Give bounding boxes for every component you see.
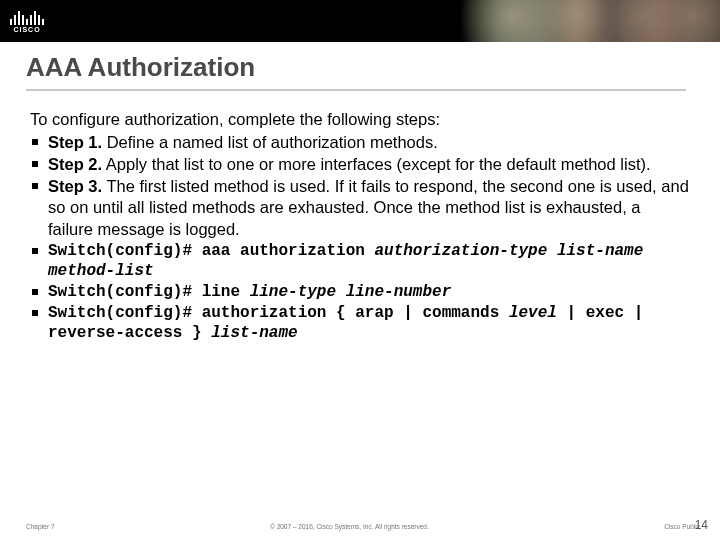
list-item: Step 3. The first listed method is used.… [30, 176, 690, 239]
page-number: 14 [695, 518, 708, 532]
footer-copyright: © 2007 – 2016, Cisco Systems, Inc. All r… [55, 523, 645, 530]
slide-content: To configure authorization, complete the… [30, 109, 690, 343]
list-item: Switch(config)# aaa authorization author… [30, 241, 690, 281]
cisco-logo-bars [10, 9, 44, 25]
intro-text: To configure authorization, complete the… [30, 109, 690, 130]
list-item: Step 1. Define a named list of authoriza… [30, 132, 690, 153]
step-label: Step 3. [48, 177, 102, 195]
step-text: Apply that list to one or more interface… [102, 155, 650, 173]
slide-title: AAA Authorization [26, 52, 686, 91]
commands-list: Switch(config)# aaa authorization author… [30, 241, 690, 343]
steps-list: Step 1. Define a named list of authoriza… [30, 132, 690, 240]
cmd-italic: level [509, 304, 557, 322]
list-item: Step 2. Apply that list to one or more i… [30, 154, 690, 175]
cmd-prefix: Switch(config)# authorization { arap | c… [48, 304, 509, 322]
cmd-italic: line-type line-number [250, 283, 452, 301]
cmd-prefix: Switch(config)# line [48, 283, 250, 301]
step-text: Define a named list of authorization met… [102, 133, 438, 151]
footer-chapter: Chapter 7 [26, 523, 55, 530]
header-bar: CISCO [0, 0, 720, 42]
step-text: The first listed method is used. If it f… [48, 177, 689, 237]
cmd-prefix: Switch(config)# aaa authorization [48, 242, 374, 260]
cmd-italic: list-name [211, 324, 297, 342]
list-item: Switch(config)# authorization { arap | c… [30, 303, 690, 343]
list-item: Switch(config)# line line-type line-numb… [30, 282, 690, 302]
step-label: Step 2. [48, 155, 102, 173]
step-label: Step 1. [48, 133, 102, 151]
footer: Chapter 7 © 2007 – 2016, Cisco Systems, … [0, 523, 720, 530]
cisco-logo: CISCO [10, 9, 44, 33]
header-photo [460, 0, 720, 42]
cisco-logo-text: CISCO [13, 26, 40, 33]
